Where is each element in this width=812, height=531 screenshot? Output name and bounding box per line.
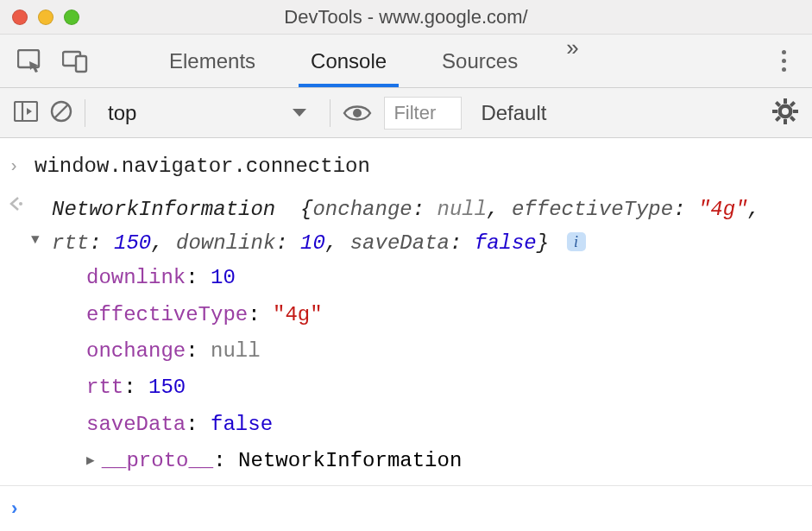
tabs-overflow-button[interactable]: » xyxy=(545,35,599,87)
main-tabbar: Elements Console Sources » xyxy=(0,35,812,88)
close-window-button[interactable] xyxy=(12,9,28,25)
info-badge-icon[interactable]: i xyxy=(567,232,586,251)
collapse-caret-icon[interactable]: ▶ xyxy=(86,451,95,473)
toolbar-separator xyxy=(85,99,85,127)
context-label: top xyxy=(108,101,136,125)
clear-console-icon[interactable] xyxy=(50,100,72,125)
console-result-row: ▼ NetworkInformation {onchange: null, ef… xyxy=(0,188,812,484)
svg-point-7 xyxy=(353,109,362,117)
tab-console[interactable]: Console xyxy=(283,35,414,87)
filter-input[interactable] xyxy=(384,97,462,130)
toolbar-separator xyxy=(330,99,330,127)
console-result[interactable]: ▼ NetworkInformation {onchange: null, ef… xyxy=(35,193,796,479)
svg-rect-9 xyxy=(784,119,787,124)
object-property[interactable]: saveData: false xyxy=(86,407,796,443)
sidebar-toggle-icon[interactable] xyxy=(14,101,38,124)
console-command[interactable]: window.navigator.connection xyxy=(35,150,796,183)
chevron-down-icon xyxy=(292,108,307,118)
execution-context-selector[interactable]: top xyxy=(98,101,318,125)
object-summary[interactable]: ▼ NetworkInformation {onchange: null, ef… xyxy=(35,193,796,260)
inspect-icon[interactable] xyxy=(17,49,43,73)
prompt-chevron-icon: › xyxy=(9,495,35,525)
object-proto[interactable]: ▶ __proto__: NetworkInformation xyxy=(86,443,796,479)
tab-elements[interactable]: Elements xyxy=(142,35,283,87)
svg-rect-12 xyxy=(790,101,796,107)
svg-rect-15 xyxy=(790,116,796,122)
svg-point-17 xyxy=(782,108,789,115)
svg-rect-2 xyxy=(76,56,86,72)
console-toolbar: top Default xyxy=(0,88,812,138)
svg-rect-3 xyxy=(15,102,37,121)
svg-rect-8 xyxy=(784,98,787,104)
svg-point-18 xyxy=(19,202,22,205)
svg-rect-10 xyxy=(772,110,777,113)
window-controls xyxy=(12,9,79,25)
console-input-row: › window.navigator.connection xyxy=(0,145,812,188)
menu-kebab-icon[interactable] xyxy=(773,50,795,72)
svg-rect-13 xyxy=(775,116,781,122)
result-chevron-icon xyxy=(9,193,35,212)
object-class-name: NetworkInformation xyxy=(52,198,275,221)
tab-list: Elements Console Sources » xyxy=(142,35,600,87)
log-level-selector[interactable]: Default xyxy=(474,101,553,125)
object-properties: downlink: 10 effectiveType: "4g" onchang… xyxy=(35,260,796,479)
device-toggle-icon[interactable] xyxy=(62,49,88,73)
window-titlebar: DevTools - www.google.com/ xyxy=(0,0,812,35)
object-property[interactable]: rtt: 150 xyxy=(86,370,796,406)
settings-gear-icon[interactable] xyxy=(772,98,798,127)
maximize-window-button[interactable] xyxy=(64,9,79,25)
window-title: DevTools - www.google.com/ xyxy=(284,6,527,28)
object-property[interactable]: downlink: 10 xyxy=(86,260,796,296)
tab-sources[interactable]: Sources xyxy=(414,35,545,87)
minimize-window-button[interactable] xyxy=(38,9,54,25)
object-property[interactable]: onchange: null xyxy=(86,333,796,370)
console-prompt-row[interactable]: › xyxy=(0,485,812,531)
object-property[interactable]: effectiveType: "4g" xyxy=(86,297,796,333)
svg-rect-14 xyxy=(775,101,781,107)
expand-caret-icon[interactable]: ▼ xyxy=(31,230,40,252)
console-output: › window.navigator.connection ▼ NetworkI… xyxy=(0,138,812,531)
svg-rect-11 xyxy=(793,110,798,113)
input-chevron-icon: › xyxy=(9,150,35,180)
svg-line-6 xyxy=(55,105,68,118)
live-expression-icon[interactable] xyxy=(343,104,372,123)
